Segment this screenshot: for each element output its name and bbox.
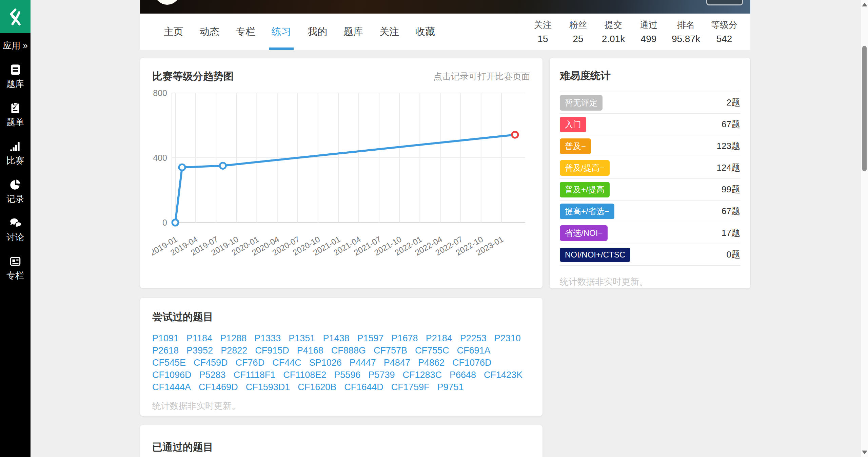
problem-link[interactable]: CF1644D — [344, 381, 383, 393]
difficulty-badge[interactable]: 普及− — [560, 138, 591, 154]
rating-trend-header: 比赛等级分趋势图 点击记录可打开比赛页面 — [152, 70, 530, 83]
problem-link[interactable]: CF459D — [194, 357, 228, 369]
sidebar-item-newspaper[interactable]: 专栏 — [0, 255, 31, 282]
tab-4[interactable]: 我的 — [306, 14, 329, 50]
sidebar-item-clipboard-list[interactable]: 题单 — [0, 101, 31, 128]
rating-trend-chart[interactable]: 04008002019-012019-042019-072019-102020-… — [152, 87, 530, 270]
problem-link[interactable]: P1333 — [254, 332, 281, 344]
passed-problems-title: 已通过的题目 — [152, 440, 530, 454]
problem-link[interactable]: CF1283C — [402, 369, 442, 381]
tab-5[interactable]: 题库 — [342, 14, 364, 50]
sidebar-item-comments[interactable]: 讨论 — [0, 216, 31, 243]
difficulty-badge[interactable]: 提高+/省选− — [560, 204, 614, 219]
difficulty-badge[interactable]: 普及+/提高 — [560, 182, 610, 197]
problem-link[interactable]: P4447 — [350, 357, 376, 369]
scroll-down-arrow-icon[interactable] — [862, 451, 867, 454]
stat-0[interactable]: 关注15 — [531, 19, 555, 44]
stat-1[interactable]: 粉丝25 — [566, 19, 590, 44]
problem-link[interactable]: CF545E — [152, 357, 186, 369]
scroll-up-arrow-icon[interactable] — [862, 3, 867, 6]
problem-link[interactable]: P1091 — [152, 332, 179, 344]
tab-7[interactable]: 收藏 — [414, 14, 436, 50]
banner-button[interactable] — [706, 0, 743, 5]
sidebar-item-label: 记录 — [6, 193, 24, 205]
difficulty-stats-title: 难易度统计 — [560, 69, 740, 83]
problem-link[interactable]: P2310 — [494, 332, 521, 344]
problem-link[interactable]: CF76D — [236, 357, 265, 369]
problem-link[interactable]: CF44C — [272, 357, 301, 369]
difficulty-count: 124题 — [717, 162, 740, 174]
problem-link[interactable]: CF888G — [331, 344, 366, 357]
problem-link[interactable]: CF1593D1 — [246, 381, 290, 393]
sidebar-item-label: 比赛 — [6, 155, 24, 167]
attempted-footer-note: 统计数据非实时更新。 — [152, 400, 530, 412]
problem-link[interactable]: CF1076D — [452, 357, 492, 369]
problem-link[interactable]: P4847 — [384, 357, 410, 369]
problem-link[interactable]: P1438 — [323, 332, 349, 344]
chart-point-latest[interactable] — [512, 132, 518, 138]
difficulty-badge[interactable]: 普及/提高− — [560, 160, 610, 176]
tab-6[interactable]: 关注 — [378, 14, 400, 50]
problem-link[interactable]: CF755C — [415, 344, 449, 357]
stat-5[interactable]: 等级分542 — [711, 19, 737, 44]
problem-link[interactable]: P6648 — [450, 369, 476, 381]
scrollbar-thumb[interactable] — [862, 46, 867, 171]
problem-link[interactable]: P1184 — [186, 332, 212, 344]
problem-link[interactable]: P1288 — [220, 332, 246, 344]
problem-link[interactable]: P5596 — [334, 369, 360, 381]
stat-value: 2.01k — [601, 34, 626, 44]
sidebar-item-pie-chart[interactable]: 记录 — [0, 178, 31, 205]
problem-link[interactable]: P2618 — [152, 344, 179, 357]
problem-link[interactable]: CF1469D — [199, 381, 238, 393]
stat-label: 粉丝 — [566, 19, 590, 31]
problem-link[interactable]: P9751 — [437, 381, 463, 393]
problem-link[interactable]: CF1108E2 — [283, 369, 326, 381]
problem-link[interactable]: P1351 — [289, 332, 315, 344]
problem-link[interactable]: P5283 — [199, 369, 226, 381]
difficulty-badge[interactable]: 省选/NOI− — [560, 225, 608, 241]
difficulty-count: 67题 — [722, 205, 740, 217]
difficulty-row: 入门67题 — [560, 114, 740, 135]
sidebar-item-book[interactable]: 题库 — [0, 63, 31, 90]
problem-link[interactable]: CF1759F — [391, 381, 430, 393]
problem-link[interactable]: P4168 — [297, 344, 323, 357]
problem-link[interactable]: P5739 — [368, 369, 395, 381]
luogu-logo[interactable] — [0, 0, 31, 33]
tab-1[interactable]: 动态 — [198, 14, 221, 50]
problem-link[interactable]: CF1620B — [298, 381, 336, 393]
sidebar-item-signal-bars[interactable]: 比赛 — [0, 140, 31, 167]
problem-link[interactable]: P3952 — [186, 344, 213, 357]
chart-point[interactable] — [172, 220, 178, 226]
profile-navbar: 主页动态专栏练习我的题库关注收藏 关注15粉丝25提交2.01k通过499排名9… — [140, 14, 750, 50]
problem-link[interactable]: CF1096D — [152, 369, 192, 381]
avatar[interactable] — [154, 0, 180, 5]
problem-link[interactable]: P1597 — [357, 332, 383, 344]
stat-3[interactable]: 通过499 — [636, 19, 661, 44]
attempted-problems-title: 尝试过的题目 — [152, 310, 530, 324]
problem-link[interactable]: CF1423K — [484, 369, 522, 381]
stat-label: 等级分 — [711, 19, 737, 31]
stat-2[interactable]: 提交2.01k — [601, 19, 626, 44]
problem-link[interactable]: P1678 — [392, 332, 418, 344]
stat-4[interactable]: 排名95.87k — [672, 19, 700, 44]
problem-link[interactable]: CF915D — [255, 344, 289, 357]
problem-link[interactable]: CF1444A — [152, 381, 191, 393]
tab-2[interactable]: 专栏 — [234, 14, 257, 50]
difficulty-badge[interactable]: NOI/NOI+/CTSC — [560, 248, 630, 262]
tab-practice-active[interactable]: 练习 — [270, 14, 293, 50]
problem-link[interactable]: P2184 — [426, 332, 452, 344]
problem-link[interactable]: P2253 — [460, 332, 487, 344]
apps-label[interactable]: 应用 » — [0, 40, 31, 52]
difficulty-badge[interactable]: 暂无评定 — [560, 95, 603, 111]
tab-0[interactable]: 主页 — [162, 14, 185, 50]
chart-point[interactable] — [220, 163, 226, 169]
problem-link[interactable]: P2822 — [221, 344, 247, 357]
problem-link[interactable]: SP1026 — [309, 357, 342, 369]
problem-link[interactable]: P4862 — [418, 357, 445, 369]
sidebar-item-label: 题单 — [6, 116, 24, 128]
difficulty-badge[interactable]: 入门 — [560, 117, 586, 132]
problem-link[interactable]: CF757B — [374, 344, 407, 357]
problem-link[interactable]: CF1118F1 — [234, 369, 276, 381]
chart-point[interactable] — [179, 164, 185, 170]
problem-link[interactable]: CF691A — [457, 344, 491, 357]
